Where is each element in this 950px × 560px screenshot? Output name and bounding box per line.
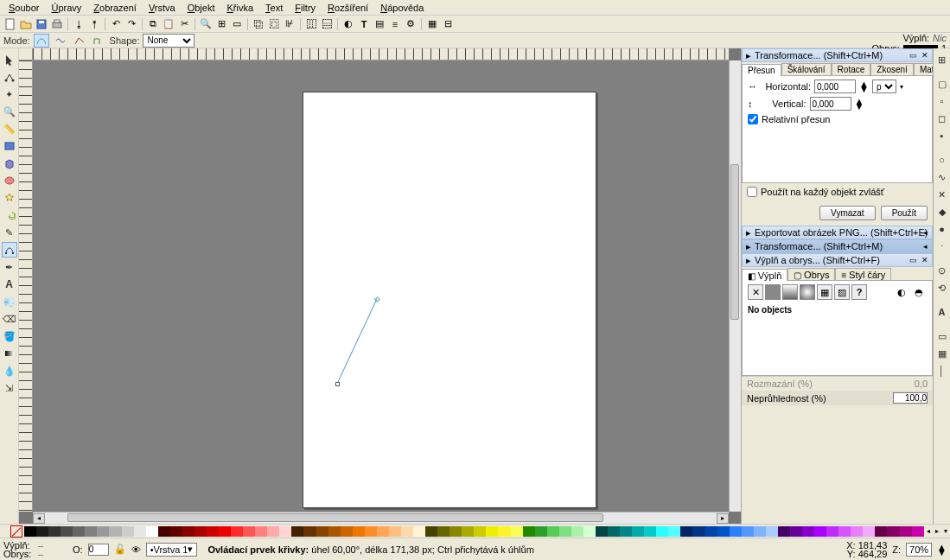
prefs-button[interactable]: ⚙ bbox=[404, 17, 418, 31]
group-button[interactable]: ⿲ bbox=[304, 17, 318, 31]
color-swatch[interactable] bbox=[705, 526, 717, 537]
color-swatch[interactable] bbox=[766, 526, 778, 537]
palette-left[interactable]: ◂ bbox=[924, 526, 933, 537]
color-swatch[interactable] bbox=[486, 526, 498, 537]
redo-button[interactable]: ↷ bbox=[124, 17, 138, 31]
color-swatch[interactable] bbox=[826, 526, 838, 537]
canvas-viewport[interactable] bbox=[33, 60, 729, 512]
color-swatch[interactable] bbox=[279, 526, 291, 537]
tab-zkoseni[interactable]: Zkosení bbox=[870, 63, 914, 75]
menu-soubor[interactable]: Soubor bbox=[3, 2, 44, 14]
color-swatch[interactable] bbox=[692, 526, 705, 537]
snap-smooth[interactable]: ● bbox=[934, 221, 950, 237]
menu-zobrazeni[interactable]: Zobrazení bbox=[88, 2, 142, 14]
bezier-tool[interactable] bbox=[2, 242, 17, 258]
zoom-tool[interactable]: 🔍 bbox=[2, 104, 17, 119]
color-swatch[interactable] bbox=[802, 526, 814, 537]
color-swatch[interactable] bbox=[303, 526, 316, 537]
snap-rotation[interactable]: ⟲ bbox=[934, 280, 950, 296]
color-swatch[interactable] bbox=[194, 526, 207, 537]
node-tool[interactable] bbox=[2, 69, 17, 85]
pattern-button[interactable]: ▦ bbox=[817, 284, 832, 300]
nonzero-button[interactable]: ◓ bbox=[911, 284, 927, 300]
duplicate-button[interactable]: ⿻ bbox=[252, 17, 265, 31]
color-swatch[interactable] bbox=[851, 526, 863, 537]
color-swatch[interactable] bbox=[498, 526, 510, 537]
color-swatch[interactable] bbox=[474, 526, 486, 537]
apply-each-checkbox[interactable]: Použít na každý objekt zvlášť bbox=[747, 187, 928, 197]
zoom-draw-button[interactable]: ⊞ bbox=[214, 17, 228, 31]
pencil-tool[interactable]: ✎ bbox=[2, 225, 17, 240]
menu-objekt[interactable]: Objekt bbox=[182, 2, 220, 14]
color-swatch[interactable] bbox=[73, 526, 85, 537]
layer-select[interactable]: • Vrstva 1 ▾ bbox=[146, 543, 198, 557]
color-swatch[interactable] bbox=[24, 526, 36, 537]
zoom-down[interactable]: ▼ bbox=[937, 550, 947, 555]
zoom-field[interactable]: 70% bbox=[906, 543, 932, 557]
color-swatch[interactable] bbox=[523, 526, 535, 537]
color-swatch[interactable] bbox=[255, 526, 267, 537]
zoom-page-button[interactable]: ▭ bbox=[230, 17, 244, 31]
expand-icon[interactable]: ◂ bbox=[920, 227, 930, 238]
evenodd-button[interactable]: ◐ bbox=[894, 284, 909, 300]
calligraphy-tool[interactable]: ✒ bbox=[2, 259, 17, 275]
color-swatch[interactable] bbox=[717, 526, 730, 537]
color-swatch[interactable] bbox=[814, 526, 826, 537]
snap-bbox-edge[interactable]: ▫ bbox=[934, 93, 950, 109]
color-swatch[interactable] bbox=[146, 526, 158, 537]
menu-krivka[interactable]: Křivka bbox=[221, 2, 258, 14]
color-swatch[interactable] bbox=[656, 526, 668, 537]
color-swatch[interactable] bbox=[778, 526, 790, 537]
mode-bezier-button[interactable] bbox=[34, 34, 49, 48]
gradient-tool[interactable] bbox=[2, 346, 17, 361]
star-tool[interactable] bbox=[2, 190, 17, 206]
bucket-tool[interactable]: 🪣 bbox=[2, 328, 17, 344]
minimize-icon[interactable]: ▭ bbox=[908, 255, 918, 265]
menu-upravy[interactable]: Úpravy bbox=[46, 2, 86, 14]
snap-bbox-corner[interactable]: ◻ bbox=[934, 111, 950, 126]
vertical-ruler[interactable] bbox=[19, 60, 33, 512]
snap-center[interactable]: ⊙ bbox=[934, 263, 950, 278]
snap-intersect[interactable]: ✕ bbox=[934, 187, 950, 202]
tab-vypln[interactable]: ◧ Výplň bbox=[742, 269, 787, 281]
snap-midpoint[interactable]: ⋅ bbox=[934, 239, 950, 254]
path-node-anchor[interactable] bbox=[335, 382, 340, 386]
snap-bbox[interactable]: ▢ bbox=[934, 76, 950, 92]
color-swatch[interactable] bbox=[730, 526, 742, 537]
radgrad-button[interactable] bbox=[800, 284, 815, 300]
apply-button[interactable]: Použít bbox=[881, 206, 928, 220]
color-swatch[interactable] bbox=[449, 526, 462, 537]
color-swatch[interactable] bbox=[61, 526, 73, 537]
color-swatch[interactable] bbox=[887, 526, 899, 537]
color-swatch[interactable] bbox=[413, 526, 425, 537]
expand-icon[interactable]: ◂ bbox=[920, 241, 930, 251]
mode-spiro-button[interactable] bbox=[53, 34, 68, 48]
vertical-input[interactable] bbox=[810, 97, 851, 111]
relative-checkbox[interactable]: Relativní přesun bbox=[748, 114, 927, 124]
color-swatch[interactable] bbox=[900, 526, 912, 537]
color-swatch[interactable] bbox=[668, 526, 680, 537]
save-button[interactable] bbox=[35, 17, 48, 31]
color-swatch[interactable] bbox=[620, 526, 632, 537]
menu-filtry[interactable]: Filtry bbox=[290, 2, 321, 14]
color-swatch[interactable] bbox=[680, 526, 692, 537]
color-swatch[interactable] bbox=[912, 526, 924, 537]
close-icon[interactable]: ✕ bbox=[920, 255, 930, 265]
text-dialog-button[interactable]: T bbox=[357, 17, 371, 31]
undo-button[interactable]: ↶ bbox=[109, 17, 123, 31]
color-swatch[interactable] bbox=[559, 526, 571, 537]
cut-button[interactable]: ✂ bbox=[177, 17, 191, 31]
tab-rotace[interactable]: Rotace bbox=[832, 63, 871, 75]
color-swatch[interactable] bbox=[231, 526, 243, 537]
color-swatch[interactable] bbox=[134, 526, 146, 537]
layer-visible-icon[interactable]: 👁 bbox=[131, 544, 141, 555]
horizontal-input[interactable] bbox=[814, 80, 856, 93]
fill-stroke-button[interactable]: ◐ bbox=[341, 17, 355, 31]
color-swatch[interactable] bbox=[401, 526, 413, 537]
transform-panel-title[interactable]: ▸ Transformace... (Shift+Ctrl+M) ▭ ✕ bbox=[742, 48, 933, 62]
snap-cusp[interactable]: ◆ bbox=[934, 204, 950, 220]
color-swatch[interactable] bbox=[377, 526, 389, 537]
spray-tool[interactable]: 💨 bbox=[2, 294, 17, 309]
color-swatch[interactable] bbox=[608, 526, 620, 537]
eraser-tool[interactable]: ⌫ bbox=[2, 311, 17, 327]
